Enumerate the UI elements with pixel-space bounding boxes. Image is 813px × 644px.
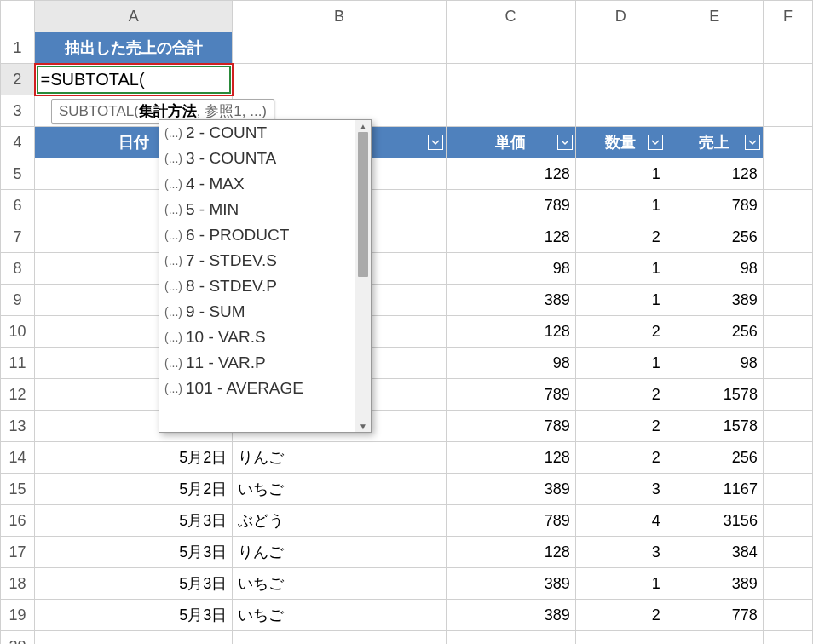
cell[interactable]: [763, 379, 812, 411]
cell[interactable]: [666, 32, 763, 64]
cell-price[interactable]: 98: [446, 348, 575, 379]
cell-item[interactable]: いちご: [233, 474, 446, 505]
cell[interactable]: [763, 95, 812, 127]
cell[interactable]: [763, 505, 812, 537]
cell[interactable]: [763, 474, 812, 505]
cell-item[interactable]: いちご: [233, 568, 446, 600]
dropdown-item[interactable]: (...)10 - VAR.S: [159, 325, 355, 350]
dropdown-item[interactable]: (...)5 - MIN: [159, 197, 355, 222]
row-header-10[interactable]: 10: [1, 316, 35, 348]
dropdown-item[interactable]: (...)3 - COUNTA: [159, 146, 355, 171]
cell[interactable]: [35, 631, 233, 645]
cell[interactable]: [763, 253, 812, 285]
cell-price[interactable]: 789: [446, 379, 575, 411]
cell-qty[interactable]: 3: [575, 474, 666, 505]
row-header-12[interactable]: 12: [1, 379, 35, 411]
cell-qty[interactable]: 2: [575, 221, 666, 253]
row-header-6[interactable]: 6: [1, 190, 35, 221]
cell[interactable]: [666, 631, 763, 645]
cell-qty[interactable]: 2: [575, 379, 666, 411]
cell[interactable]: [233, 32, 446, 64]
cell-item[interactable]: ぶどう: [233, 505, 446, 537]
cell-sales[interactable]: 1578: [666, 379, 763, 411]
cell[interactable]: [763, 285, 812, 316]
col-header-D[interactable]: D: [575, 1, 666, 32]
cell-sales[interactable]: 1167: [666, 474, 763, 505]
row-header-14[interactable]: 14: [1, 442, 35, 474]
cell-qty[interactable]: 2: [575, 600, 666, 631]
dropdown-item[interactable]: (...)8 - STDEV.P: [159, 273, 355, 299]
cell[interactable]: [763, 158, 812, 190]
row-header-20[interactable]: 20: [1, 631, 35, 645]
dropdown-item[interactable]: (...)9 - SUM: [159, 299, 355, 325]
cell[interactable]: [763, 631, 812, 645]
function-argument-dropdown[interactable]: (...)2 - COUNT(...)3 - COUNTA(...)4 - MA…: [159, 119, 372, 433]
row-header-18[interactable]: 18: [1, 568, 35, 600]
cell[interactable]: [763, 190, 812, 221]
cell-date[interactable]: 5月3日: [35, 537, 233, 568]
dropdown-item[interactable]: (...)6 - PRODUCT: [159, 222, 355, 248]
cell-qty[interactable]: 2: [575, 411, 666, 442]
filter-button[interactable]: [428, 135, 443, 150]
row-header-2[interactable]: 2: [1, 64, 35, 95]
cell-sales[interactable]: 389: [666, 568, 763, 600]
row-header-3[interactable]: 3: [1, 95, 35, 127]
row-header-9[interactable]: 9: [1, 285, 35, 316]
row-header-11[interactable]: 11: [1, 348, 35, 379]
cell-price[interactable]: 389: [446, 474, 575, 505]
cell-sales[interactable]: 128: [666, 158, 763, 190]
cell[interactable]: [763, 316, 812, 348]
cell-price[interactable]: 389: [446, 568, 575, 600]
cell[interactable]: [575, 64, 666, 95]
row-header-1[interactable]: 1: [1, 32, 35, 64]
cell-date[interactable]: 5月3日: [35, 568, 233, 600]
cell-price[interactable]: 128: [446, 316, 575, 348]
cell-price[interactable]: 389: [446, 285, 575, 316]
cell-qty[interactable]: 3: [575, 537, 666, 568]
cell-sales[interactable]: 778: [666, 600, 763, 631]
cell-item[interactable]: りんご: [233, 442, 446, 474]
cell[interactable]: [763, 127, 812, 158]
row-header-7[interactable]: 7: [1, 221, 35, 253]
spreadsheet-grid[interactable]: A B C D E F 1 抽出した売上の合計 2 =SUBTOTAL( 3 4: [0, 0, 813, 644]
filter-button[interactable]: [648, 135, 663, 150]
dropdown-item[interactable]: (...)2 - COUNT: [159, 120, 355, 146]
cell-qty[interactable]: 1: [575, 568, 666, 600]
row-header-16[interactable]: 16: [1, 505, 35, 537]
cell[interactable]: [763, 537, 812, 568]
cell[interactable]: [446, 32, 575, 64]
table-header-price[interactable]: 単価: [446, 127, 575, 158]
table-header-qty[interactable]: 数量: [575, 127, 666, 158]
cell-qty[interactable]: 1: [575, 348, 666, 379]
cell[interactable]: [446, 64, 575, 95]
scroll-thumb[interactable]: [358, 132, 368, 277]
cell-sales[interactable]: 98: [666, 253, 763, 285]
dropdown-item[interactable]: (...)7 - STDEV.S: [159, 248, 355, 273]
cell[interactable]: [575, 631, 666, 645]
row-header-13[interactable]: 13: [1, 411, 35, 442]
row-header-15[interactable]: 15: [1, 474, 35, 505]
cell[interactable]: [763, 411, 812, 442]
cell-sales[interactable]: 256: [666, 221, 763, 253]
cell-price[interactable]: 789: [446, 190, 575, 221]
formula-edit-cell[interactable]: =SUBTOTAL(: [35, 64, 233, 95]
cell-price[interactable]: 128: [446, 221, 575, 253]
col-header-C[interactable]: C: [446, 1, 575, 32]
dropdown-item[interactable]: (...)11 - VAR.P: [159, 350, 355, 376]
cell[interactable]: [763, 348, 812, 379]
cell-sales[interactable]: 384: [666, 537, 763, 568]
col-header-F[interactable]: F: [763, 1, 812, 32]
cell-date[interactable]: 5月3日: [35, 600, 233, 631]
cell[interactable]: [763, 442, 812, 474]
col-header-A[interactable]: A: [35, 1, 233, 32]
select-all-corner[interactable]: [1, 1, 35, 32]
cell[interactable]: [666, 95, 763, 127]
cell-price[interactable]: 789: [446, 505, 575, 537]
filter-button[interactable]: [557, 135, 573, 150]
cell-sales[interactable]: 389: [666, 285, 763, 316]
cell-qty[interactable]: 1: [575, 158, 666, 190]
cell[interactable]: [763, 32, 812, 64]
cell-qty[interactable]: 1: [575, 253, 666, 285]
cell[interactable]: [575, 32, 666, 64]
cell-date[interactable]: 5月3日: [35, 505, 233, 537]
